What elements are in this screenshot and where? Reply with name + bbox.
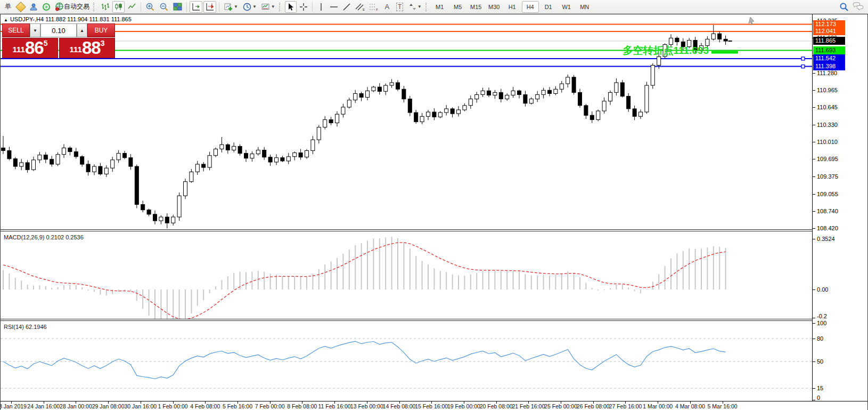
time-tick-label: 14 Feb 08:00 — [383, 403, 416, 409]
time-tick-label: 25 Feb 00:00 — [544, 403, 577, 409]
zoom-out-button[interactable] — [158, 1, 170, 13]
time-tick-label: 15 Feb 16:00 — [415, 403, 448, 409]
auto-scroll-button[interactable] — [190, 1, 202, 13]
sell-price-pips: 86 — [25, 39, 44, 57]
timeframe-button-m5[interactable]: M5 — [449, 1, 466, 13]
timeframe-button-m30[interactable]: M30 — [486, 1, 503, 13]
one-click-trading-panel: SELL ▼ 0.10 ▲ BUY 111865 111883 — [2, 23, 115, 58]
cursor-icon — [286, 3, 295, 11]
horizontal-line-tool-button[interactable] — [328, 1, 340, 13]
rsi-tick-mark — [813, 339, 815, 339]
price-tick-mark — [813, 107, 815, 108]
sell-price-point: 5 — [44, 39, 48, 47]
price-pane[interactable]: 多空转折点111.693 — [1, 14, 812, 229]
rsi-tick-mark — [813, 400, 815, 400]
price-tick-mark — [813, 194, 815, 195]
price-tick-mark — [813, 142, 815, 142]
time-tick-label: 13 Feb 00:00 — [350, 403, 383, 409]
macd-tick-mark — [813, 290, 815, 290]
price-tick-label: 110.645 — [817, 104, 838, 110]
toolbar-grip — [279, 3, 282, 11]
cursor-tool-button[interactable] — [285, 1, 297, 13]
time-tick-label: 5 Feb 16:00 — [223, 403, 252, 409]
tile-windows-button[interactable] — [171, 1, 184, 13]
timeframe-button-h1[interactable]: H1 — [504, 1, 521, 13]
time-tick-label: 4 Feb 08:00 — [190, 403, 220, 409]
search-icon[interactable] — [839, 2, 849, 12]
sell-price[interactable]: 111865 — [2, 38, 58, 58]
timeframe-button-m15[interactable]: M15 — [468, 1, 485, 13]
macd-tick-mark — [813, 318, 815, 318]
volume-value: 0.10 — [52, 27, 65, 35]
data-window-button[interactable] — [40, 1, 52, 13]
periods-button[interactable]: ▼ — [241, 1, 258, 13]
data-window-icon — [42, 3, 51, 11]
time-axis[interactable]: 23 Jan 201924 Jan 16:0028 Jan 00:0029 Ja… — [1, 401, 867, 410]
time-tick-label: 27 Feb 16:00 — [609, 403, 642, 409]
fibonacci-icon: F — [369, 3, 379, 11]
timeframe-button-mn[interactable]: MN — [576, 1, 593, 13]
timeframe-button-w1[interactable]: W1 — [558, 1, 575, 13]
bar-chart-button[interactable] — [99, 1, 111, 13]
price-tick-mark — [813, 211, 815, 212]
trendline-tool-button[interactable] — [341, 1, 353, 13]
price-tick-label: 109.695 — [817, 156, 838, 162]
time-tick-label: 20 Feb 08:00 — [480, 403, 513, 409]
autotrading-button[interactable]: 自动交易 — [53, 1, 91, 13]
arrows-tool-button[interactable]: ▼ — [407, 1, 423, 13]
rsi-tick-label: 100 — [817, 320, 826, 326]
fibonacci-tool-button[interactable]: F — [367, 1, 380, 13]
equidistant-channel-icon: E — [355, 3, 365, 11]
timeframe-button-h4[interactable]: H4 — [522, 1, 539, 13]
macd-tick-mark — [813, 239, 815, 239]
indicators-button[interactable]: ▼ — [222, 1, 240, 13]
rsi-tick-mark — [813, 388, 815, 389]
templates-button[interactable]: ▼ — [259, 1, 277, 13]
sell-button[interactable]: SELL — [2, 23, 30, 37]
chart-shift-button[interactable] — [203, 1, 216, 13]
price-level-badge[interactable]: 111.865 — [813, 37, 845, 45]
collapse-arrow-icon[interactable]: ▲ — [4, 18, 8, 22]
dropdown-arrow-icon: ▼ — [252, 4, 257, 9]
line-chart-button[interactable] — [126, 1, 138, 13]
label-tool-button[interactable]: T — [394, 1, 406, 13]
volume-input[interactable]: 0.10 — [40, 23, 77, 37]
bar-chart-icon — [101, 2, 110, 11]
price-tick-mark — [813, 228, 815, 229]
vertical-line-tool-button[interactable] — [315, 1, 327, 13]
toolbar-grip — [425, 3, 428, 11]
zoom-in-button[interactable] — [144, 1, 157, 13]
volume-up-button[interactable]: ▲ — [77, 23, 87, 37]
volume-down-icon: ▼ — [33, 28, 37, 33]
crosshair-icon — [299, 3, 308, 11]
buy-button[interactable]: BUY — [87, 23, 115, 37]
crosshair-tool-button[interactable] — [298, 1, 309, 13]
clock-icon — [242, 2, 252, 12]
toolbar-grip — [93, 3, 96, 11]
text-tool-button[interactable]: A — [381, 1, 393, 13]
price-level-badge[interactable]: 111.693 — [813, 46, 845, 54]
macd-pane[interactable] — [1, 231, 812, 319]
timeframe-button-d1[interactable]: D1 — [540, 1, 557, 13]
chart-header-text: USDJPY-,H4 111.882 111.904 111.831 111.8… — [10, 16, 132, 22]
buy-price[interactable]: 111883 — [59, 38, 115, 58]
price-tick-mark — [813, 90, 815, 91]
price-axis[interactable]: 112.235111.920111.600111.280110.965110.6… — [812, 14, 867, 401]
market-watch-button[interactable] — [15, 1, 27, 13]
price-level-badge[interactable]: 112.041 — [813, 27, 845, 35]
navigator-button[interactable] — [28, 1, 39, 13]
volume-down-button[interactable]: ▼ — [30, 23, 40, 37]
rsi-pane[interactable] — [1, 321, 812, 401]
channel-tool-button[interactable]: E — [354, 1, 366, 13]
price-level-badge[interactable]: 111.398 — [813, 62, 845, 70]
macd-tick-label: 0.00 — [817, 286, 828, 293]
new-order-button[interactable]: 单 — [2, 1, 14, 13]
rsi-tick-mark — [813, 361, 815, 362]
timeframe-button-m1[interactable]: M1 — [431, 1, 448, 13]
candlestick-chart-button[interactable] — [112, 1, 125, 13]
price-level-badge[interactable]: 111.542 — [813, 54, 845, 62]
tile-windows-icon — [173, 2, 182, 11]
price-tick-label: 110.330 — [817, 122, 838, 128]
chat-icon[interactable] — [852, 2, 864, 12]
rsi-tick-label: 50 — [817, 358, 823, 365]
